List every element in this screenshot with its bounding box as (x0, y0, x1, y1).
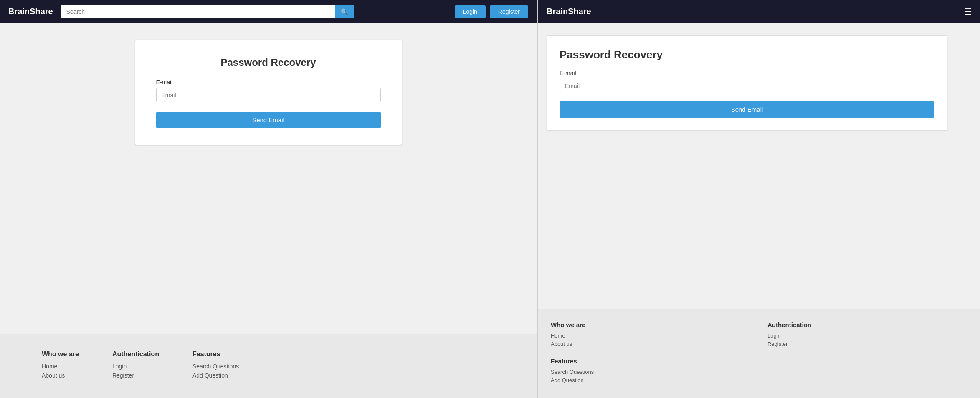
footer-link-add-question[interactable]: Add Question (192, 372, 239, 379)
right-footer-who-we-are: Who we are Home About us (551, 321, 751, 349)
register-button[interactable]: Register (490, 5, 528, 18)
right-footer-link-register[interactable]: Register (767, 341, 967, 347)
footer-heading-who-we-are: Who we are (42, 350, 79, 358)
email-input[interactable] (156, 88, 381, 102)
left-panel: BrainShare 🔍 Login Register Password Rec… (0, 0, 537, 398)
right-footer-link-search-questions[interactable]: Search Questions (551, 369, 967, 375)
recovery-card: Password Recovery E-mail Send Email (135, 40, 402, 145)
right-email-form-group: E-mail (560, 70, 934, 93)
main-content: Password Recovery E-mail Send Email (0, 23, 537, 334)
footer-section-features: Features Search Questions Add Question (192, 350, 239, 381)
right-brand-logo: BrainShare (547, 7, 591, 16)
footer-link-register[interactable]: Register (112, 372, 159, 379)
email-form-group: E-mail (156, 79, 381, 102)
right-send-email-button[interactable]: Send Email (560, 101, 934, 118)
right-footer-authentication: Authentication Login Register (767, 321, 967, 349)
right-footer-heading-features: Features (551, 358, 967, 365)
navbar: BrainShare 🔍 Login Register (0, 0, 537, 23)
right-recovery-card: Password Recovery E-mail Send Email (547, 35, 947, 131)
email-label: E-mail (156, 79, 381, 86)
brand-logo: BrainShare (8, 7, 53, 16)
footer-link-search-questions[interactable]: Search Questions (192, 363, 239, 370)
right-main-content: Password Recovery E-mail Send Email (538, 23, 980, 309)
footer-heading-authentication: Authentication (112, 350, 159, 358)
right-navbar: BrainShare ☰ (538, 0, 980, 23)
footer: Who we are Home About us Authentication … (0, 334, 537, 398)
right-footer-link-home[interactable]: Home (551, 333, 751, 339)
right-footer-link-login[interactable]: Login (767, 333, 967, 339)
right-footer-heading-auth: Authentication (767, 321, 967, 328)
right-recovery-title: Password Recovery (560, 48, 934, 61)
footer-heading-features: Features (192, 350, 239, 358)
right-footer-link-about[interactable]: About us (551, 341, 751, 347)
footer-link-login[interactable]: Login (112, 363, 159, 370)
right-email-label: E-mail (560, 70, 934, 76)
right-panel: BrainShare ☰ Password Recovery E-mail Se… (538, 0, 980, 398)
search-input[interactable] (61, 5, 335, 18)
right-footer: Who we are Home About us Authentication … (538, 309, 980, 398)
search-button[interactable]: 🔍 (335, 5, 354, 18)
footer-link-home[interactable]: Home (42, 363, 79, 370)
right-email-input[interactable] (560, 79, 934, 93)
footer-section-who-we-are: Who we are Home About us (42, 350, 79, 381)
navbar-actions: Login Register (455, 5, 528, 18)
recovery-title: Password Recovery (156, 57, 381, 68)
right-footer-heading-who: Who we are (551, 321, 751, 328)
right-footer-link-add-question[interactable]: Add Question (551, 377, 967, 383)
hamburger-icon[interactable]: ☰ (964, 7, 972, 17)
search-container: 🔍 (61, 5, 354, 18)
send-email-button[interactable]: Send Email (156, 112, 381, 128)
footer-link-about[interactable]: About us (42, 372, 79, 379)
footer-section-authentication: Authentication Login Register (112, 350, 159, 381)
right-footer-features: Features Search Questions Add Question (551, 358, 967, 385)
login-button[interactable]: Login (455, 5, 486, 18)
